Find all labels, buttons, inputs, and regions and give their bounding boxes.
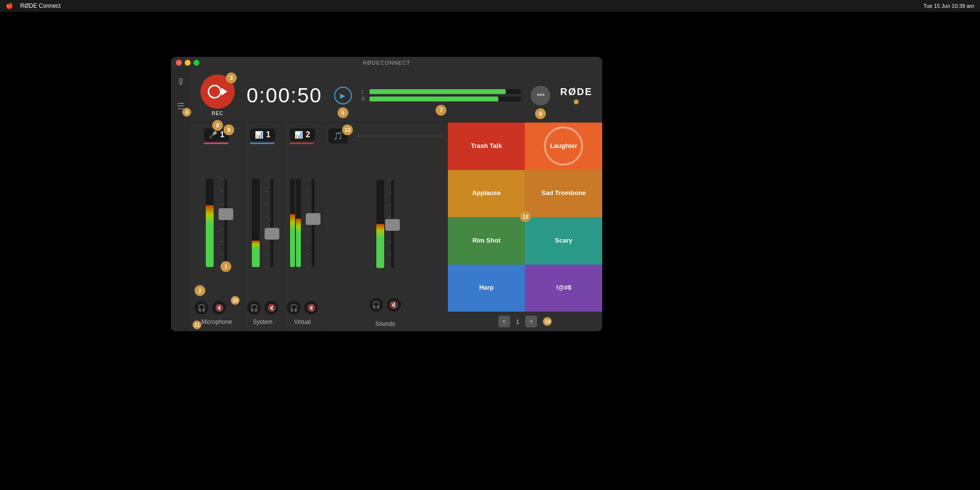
pad-profanity[interactable]: !@#$ bbox=[525, 265, 602, 312]
menubar: 🍎 RØDE Connect Tue 15 Jun 10:39 am bbox=[0, 0, 980, 12]
app-name: RØDE Connect bbox=[20, 2, 61, 9]
sidebar: 🎙 ☰ 4 bbox=[171, 69, 191, 331]
mic-fader-knob[interactable] bbox=[219, 208, 233, 220]
maximize-button[interactable] bbox=[194, 60, 199, 66]
virt-fader-knob[interactable] bbox=[306, 213, 320, 225]
prev-page-btn[interactable]: < bbox=[498, 316, 510, 327]
badge-5: 5 bbox=[338, 107, 348, 118]
channel-virtual: 📊 2 bbox=[283, 122, 322, 331]
badge-1: 1 bbox=[220, 261, 231, 272]
pads-grid: Trash Talk Laughter Applause Sad T bbox=[448, 122, 602, 312]
pad-sad-trombone[interactable]: Sad Trombone 12 bbox=[525, 170, 602, 218]
pad-rim-shot[interactable]: Rim Shot bbox=[448, 217, 525, 265]
sounds-mute-btn[interactable]: 🔇 bbox=[387, 298, 401, 312]
datetime: Tue 15 Jun 10:39 am bbox=[923, 3, 974, 9]
play-button[interactable]: ▶ bbox=[334, 87, 352, 104]
virt-headphone-btn[interactable]: 🎧 bbox=[287, 301, 300, 315]
mic-icon: 🎤 bbox=[209, 131, 217, 139]
title-bar: RØDECONNECT bbox=[171, 57, 602, 69]
virt-number: 2 bbox=[306, 130, 310, 139]
sounds-fader-track bbox=[391, 180, 394, 268]
level-r-label: R bbox=[362, 97, 367, 102]
channels-section: 🎤 1 9 bbox=[191, 122, 322, 331]
next-page-btn[interactable]: > bbox=[525, 316, 537, 327]
mic-fader-section: 1 bbox=[195, 150, 239, 296]
badge-9: 9 bbox=[223, 124, 234, 135]
badge-7: 7 bbox=[436, 105, 446, 116]
sys-controls: 🎧 🔇 bbox=[247, 301, 278, 315]
mic-mute-btn[interactable]: 🔇 bbox=[212, 301, 226, 315]
microphone-icon[interactable]: 🎙 bbox=[173, 74, 188, 89]
menubar-right: Tue 15 Jun 10:39 am bbox=[923, 3, 974, 9]
badge-6: 6 bbox=[535, 108, 546, 119]
virt-mute-btn[interactable]: 🔇 bbox=[304, 301, 318, 315]
minimize-button[interactable] bbox=[185, 60, 191, 66]
sounds-fader-knob[interactable] bbox=[385, 219, 400, 231]
pad-scary[interactable]: Scary bbox=[525, 217, 602, 265]
virt-level-meter-r bbox=[296, 179, 301, 267]
rode-logo: RØDE bbox=[560, 86, 592, 104]
brand-name: RØDE bbox=[560, 86, 592, 98]
mic-headphone-btn[interactable]: 🎧 bbox=[195, 301, 208, 315]
badge-2: 2 bbox=[195, 285, 205, 296]
more-icon: ••• bbox=[537, 90, 544, 100]
level-r-bar bbox=[369, 97, 521, 101]
sys-fader-track bbox=[270, 179, 273, 267]
sys-icon: 📊 bbox=[255, 131, 263, 139]
list-icon[interactable]: ☰ 4 bbox=[173, 99, 188, 114]
sys-headphone-btn[interactable]: 🎧 bbox=[247, 301, 261, 315]
sounds-fader-section bbox=[322, 149, 448, 298]
traffic-lights bbox=[176, 60, 199, 66]
sys-fader-knob[interactable] bbox=[265, 228, 279, 240]
pad-trash-talk[interactable]: Trash Talk bbox=[448, 122, 525, 170]
pad-laughter[interactable]: Laughter bbox=[525, 122, 602, 170]
sounds-level-meter bbox=[376, 180, 384, 268]
level-meters: L R bbox=[362, 89, 521, 102]
top-bar: 3 REC 8 0:00:50 ▶ 5 L bbox=[191, 69, 602, 122]
sys-mute-btn[interactable]: 🔇 bbox=[265, 301, 278, 315]
sys-fader-section bbox=[247, 150, 278, 296]
sounds-separator-line bbox=[356, 136, 442, 136]
rode-dot bbox=[574, 99, 579, 104]
mic-fader-track bbox=[224, 179, 227, 267]
badge-10: 10 bbox=[231, 296, 240, 305]
channel-sys-button[interactable]: 📊 1 bbox=[250, 128, 275, 141]
laughter-circle: Laughter bbox=[544, 126, 583, 166]
virt-level-meter-l bbox=[290, 179, 295, 267]
app-window: RØDECONNECT 🎙 ☰ 4 3 REC bbox=[171, 57, 602, 331]
main-content: 3 REC 8 0:00:50 ▶ 5 L bbox=[191, 69, 602, 331]
mic-level-meter bbox=[206, 179, 214, 267]
level-l-fill bbox=[369, 89, 506, 94]
close-button[interactable] bbox=[176, 60, 182, 66]
sounds-headphone-btn[interactable]: 🎧 bbox=[369, 298, 383, 312]
mic-controls: 🎧 🔇 10 bbox=[195, 301, 239, 315]
virt-level-meters bbox=[290, 179, 301, 267]
virt-fader-section bbox=[287, 150, 318, 296]
more-button[interactable]: ••• bbox=[531, 86, 550, 105]
sounds-label: Sounds bbox=[322, 320, 448, 331]
sys-indicator bbox=[250, 143, 274, 144]
sound-pads-section: Trash Talk Laughter Applause Sad T bbox=[448, 122, 602, 331]
channel-sys-header: 📊 1 bbox=[250, 128, 275, 144]
virt-level-fill-r bbox=[296, 219, 301, 267]
pad-applause[interactable]: Applause bbox=[448, 170, 525, 218]
virt-icon: 📊 bbox=[294, 131, 303, 139]
channel-virt-button[interactable]: 📊 2 bbox=[290, 128, 315, 141]
timer-display: 0:00:50 bbox=[245, 84, 324, 107]
mic-level-fill bbox=[206, 205, 214, 267]
pads-footer: < 1 > 14 bbox=[448, 312, 602, 331]
channel-microphone: 🎤 1 9 bbox=[191, 122, 243, 331]
rec-button[interactable]: 3 bbox=[200, 74, 235, 109]
sys-label: System bbox=[253, 318, 272, 325]
mixer-area: 🎤 1 9 bbox=[191, 122, 602, 331]
apple-logo[interactable]: 🍎 bbox=[6, 2, 13, 9]
badge-14: 14 bbox=[543, 317, 552, 326]
level-l-label: L bbox=[362, 89, 367, 95]
sys-number: 1 bbox=[266, 130, 270, 139]
badge-4: 4 bbox=[182, 108, 191, 117]
mic-indicator bbox=[204, 143, 228, 144]
mic-label: Microphone bbox=[201, 318, 232, 325]
mic-scale bbox=[216, 179, 222, 267]
sounds-section: 🎵 13 bbox=[322, 122, 448, 331]
pad-harp[interactable]: Harp bbox=[448, 265, 525, 312]
